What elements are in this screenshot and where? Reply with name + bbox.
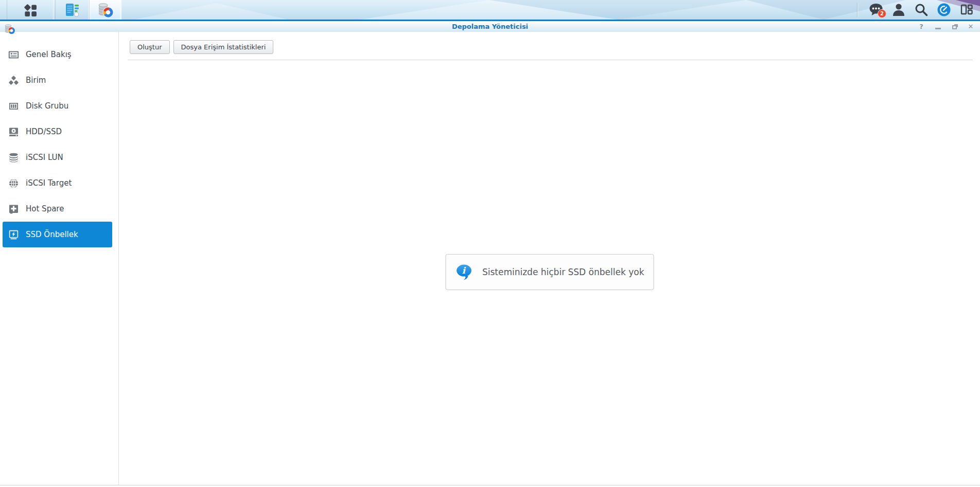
search-icon [914, 3, 929, 17]
help-button[interactable]: ? [917, 23, 925, 31]
iscsi-target-icon [8, 178, 19, 189]
main-menu-grid-icon [23, 3, 37, 17]
disk-group-icon [8, 101, 19, 112]
sidebar-item-label: Disk Grubu [26, 101, 68, 111]
taskbar-app-storage-manager[interactable] [89, 0, 121, 20]
sidebar-item-label: Hot Spare [26, 204, 64, 213]
sidebar-item-label: iSCSI Target [26, 178, 72, 188]
sidebar-item-label: HDD/SSD [26, 127, 62, 136]
window-body: Genel Bakış Birim [0, 32, 980, 485]
toolbar-separator [128, 60, 973, 60]
sidebar-item-label: Genel Bakış [26, 50, 72, 59]
toolbar: Oluştur Dosya Erişim İstatistikleri [119, 32, 980, 54]
sidebar-item-iscsi-lun[interactable]: iSCSI LUN [0, 145, 118, 170]
sidebar-item-iscsi-target[interactable]: iSCSI Target [0, 170, 118, 196]
window-controls: ? ✕ [917, 21, 975, 32]
taskbar: 2 [0, 0, 980, 21]
sidebar-item-hdd-ssd[interactable]: HDD/SSD [0, 119, 118, 145]
empty-state-message: Sisteminizde hiçbir SSD önbellek yok [482, 267, 644, 277]
notifications-button[interactable]: 2 [865, 0, 887, 20]
main-menu-button[interactable] [7, 0, 54, 20]
minimize-icon [935, 28, 941, 29]
window-app-icon [4, 23, 15, 34]
file-access-statistics-button[interactable]: Dosya Erişim İstatistikleri [173, 40, 274, 54]
main-content: Oluştur Dosya Erişim İstatistikleri i [119, 32, 980, 485]
taskbar-wallpaper-facets [0, 0, 980, 20]
empty-state-box: i Sisteminizde hiçbir SSD önbellek yok [446, 254, 654, 290]
hdd-ssd-icon [8, 127, 19, 137]
desktop: 2 [0, 0, 980, 487]
sidebar-item-ssd-cache[interactable]: SSD Önbellek [3, 222, 112, 247]
ssd-cache-icon [8, 229, 19, 240]
sidebar-item-label: SSD Önbellek [26, 230, 78, 239]
user-icon [891, 3, 906, 17]
widgets-button[interactable] [955, 0, 978, 20]
close-button[interactable]: ✕ [967, 23, 975, 31]
widgets-icon [959, 3, 974, 17]
restore-icon [952, 25, 957, 29]
overview-icon [8, 49, 19, 60]
storage-manager-window: Depolama Yöneticisi ? ✕ [0, 21, 980, 487]
info-bubble-icon: i [456, 260, 474, 284]
search-button[interactable] [910, 0, 933, 20]
window-title: Depolama Yöneticisi [452, 23, 528, 30]
sidebar-item-volume[interactable]: Birim [0, 67, 118, 93]
minimize-button[interactable] [934, 23, 942, 31]
taskbar-tray: 2 [857, 0, 980, 20]
storage-manager-app-icon [97, 2, 114, 18]
notification-badge: 2 [878, 9, 886, 18]
taskbar-app-control-panel[interactable] [55, 0, 89, 20]
tray-separator [857, 3, 857, 17]
sidebar-item-overview[interactable]: Genel Bakış [0, 42, 118, 67]
control-panel-app-icon [64, 2, 80, 18]
pilot-view-button[interactable] [933, 0, 955, 20]
volume-icon [8, 75, 19, 86]
iscsi-lun-icon [8, 152, 19, 163]
sidebar-item-label: Birim [26, 76, 46, 85]
restore-button[interactable] [950, 23, 958, 31]
sidebar-item-label: iSCSI LUN [26, 153, 63, 162]
window-titlebar: Depolama Yöneticisi ? ✕ [0, 21, 980, 32]
create-button[interactable]: Oluştur [130, 40, 170, 54]
user-menu-button[interactable] [887, 0, 910, 20]
sidebar-item-disk-group[interactable]: Disk Grubu [0, 93, 118, 119]
sidebar-item-hot-spare[interactable]: Hot Spare [0, 196, 118, 222]
pilot-view-icon [937, 3, 951, 16]
hot-spare-icon [8, 204, 19, 214]
sidebar: Genel Bakış Birim [0, 32, 119, 485]
